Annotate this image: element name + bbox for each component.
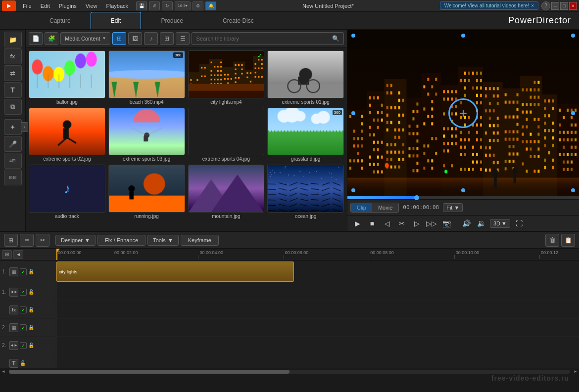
- timeline-ruler[interactable]: 00:00:00:00 00:00:02:00 00:00:04:00 00:0…: [56, 249, 579, 260]
- fit-dropdown[interactable]: Fit ▼: [443, 203, 463, 212]
- tl-storyboard-btn[interactable]: 📋: [561, 234, 575, 247]
- list-item[interactable]: extreme sports 03.jpg: [108, 108, 185, 162]
- fit-tracks-btn[interactable]: ⊞: [2, 250, 12, 259]
- sidebar-fx-btn[interactable]: fx: [4, 48, 22, 64]
- tab-capture[interactable]: Capture: [30, 12, 91, 29]
- sidebar-subtitle-btn[interactable]: ≡⊟: [4, 153, 22, 169]
- menu-edit[interactable]: Edit: [37, 2, 54, 10]
- menu-playback[interactable]: Playback: [102, 2, 132, 10]
- track-lock-icon[interactable]: 🔓: [28, 343, 34, 348]
- snapshot-btn[interactable]: 📷: [440, 218, 452, 229]
- sidebar-transition-btn[interactable]: ⇄: [4, 65, 22, 81]
- maximize-btn[interactable]: □: [560, 2, 568, 10]
- track-visibility-check[interactable]: ✓: [20, 289, 27, 296]
- corner-mr[interactable]: [571, 111, 575, 115]
- track-lock-icon[interactable]: 🔓: [28, 269, 34, 274]
- vol-down-btn[interactable]: 🔉: [475, 218, 487, 229]
- menu-plugins[interactable]: Plugins: [55, 2, 81, 10]
- resolution-btn[interactable]: 16:9▾: [175, 1, 191, 10]
- media-content-dropdown[interactable]: Media Content ▼: [60, 32, 110, 45]
- video-clip[interactable]: city lights: [56, 261, 294, 282]
- track-content-1a[interactable]: [56, 283, 579, 301]
- scroll-right-arrow[interactable]: ►: [572, 368, 579, 375]
- next-frame-btn[interactable]: ▷: [411, 218, 423, 229]
- sidebar-particles-btn[interactable]: ✦ ›: [4, 119, 22, 135]
- menu-view[interactable]: View: [82, 2, 101, 10]
- corner-bm[interactable]: [461, 188, 465, 192]
- scroll-thumb[interactable]: [9, 370, 290, 374]
- stop-btn[interactable]: ■: [366, 218, 378, 229]
- view-grid-btn[interactable]: ⊞: [160, 32, 174, 45]
- preview-add-circle[interactable]: +: [448, 98, 478, 128]
- tab-movie[interactable]: Movie: [372, 203, 398, 212]
- list-item[interactable]: extreme sports 04.jpg: [188, 108, 265, 162]
- list-item[interactable]: ballon.jpg: [29, 50, 105, 105]
- track-lock-icon[interactable]: 🔓: [20, 360, 26, 366]
- tl-snap-btn[interactable]: ⊞: [4, 234, 18, 247]
- redo-icon-btn[interactable]: ↻: [162, 1, 173, 10]
- sidebar-voice-btn[interactable]: 🎤: [4, 136, 22, 152]
- corner-tl[interactable]: [351, 34, 355, 38]
- list-item[interactable]: 360 beach 360.mp4: [108, 50, 185, 105]
- tl-split-btn[interactable]: ✂: [36, 234, 49, 247]
- tab-create-disc[interactable]: Create Disc: [203, 12, 274, 29]
- menu-file[interactable]: File: [19, 2, 36, 10]
- track-lock-icon[interactable]: 🔓: [28, 289, 34, 295]
- track-content-1v[interactable]: city lights: [56, 261, 579, 283]
- notifications-btn[interactable]: 🔔: [205, 1, 216, 10]
- sidebar-expand-btn[interactable]: ›: [21, 122, 28, 132]
- track-content-text[interactable]: [56, 354, 579, 368]
- corner-tm[interactable]: [461, 34, 465, 38]
- scroll-left-btn[interactable]: ◄: [13, 250, 23, 259]
- sidebar-overlay-btn[interactable]: ⧉: [4, 99, 22, 115]
- keyframe-btn[interactable]: Keyframe: [181, 235, 219, 246]
- list-item[interactable]: ocean.jpg: [267, 165, 344, 219]
- view-all-btn[interactable]: ⊞: [112, 32, 126, 45]
- play-btn[interactable]: ▶: [351, 218, 363, 229]
- playhead[interactable]: [56, 249, 57, 260]
- list-item[interactable]: 360 grassland.jpg: [267, 108, 344, 162]
- help-btn[interactable]: ?: [541, 1, 550, 10]
- track-visibility-check[interactable]: ✓: [20, 324, 27, 331]
- tab-clip[interactable]: Clip: [351, 203, 372, 212]
- track-content-fx[interactable]: [56, 301, 579, 318]
- search-input[interactable]: [196, 36, 330, 42]
- vol-btn[interactable]: 🔊: [460, 218, 472, 229]
- list-item[interactable]: ♪ audio track: [29, 165, 105, 219]
- threed-btn[interactable]: 3D ▼: [490, 219, 510, 228]
- track-visibility-check[interactable]: ✓: [20, 342, 27, 349]
- list-item[interactable]: mountain.jpg: [188, 165, 265, 219]
- save-icon-btn[interactable]: 💾: [136, 1, 147, 10]
- tab-produce[interactable]: Produce: [141, 12, 203, 29]
- view-photo-btn[interactable]: 🖼: [128, 32, 142, 45]
- corner-ml[interactable]: [351, 111, 355, 115]
- sidebar-chapter-btn[interactable]: ⊟⊟: [4, 170, 22, 185]
- fast-forward-btn[interactable]: ▷▷: [426, 218, 437, 229]
- corner-br[interactable]: [571, 188, 575, 192]
- import-magic-btn[interactable]: 🧩: [45, 32, 58, 45]
- track-content-2v[interactable]: [56, 319, 579, 336]
- tl-delete-btn[interactable]: 🗑: [545, 234, 559, 247]
- undo-icon-btn[interactable]: ↺: [149, 1, 160, 10]
- track-lock-icon[interactable]: 🔓: [28, 325, 34, 330]
- corner-tr[interactable]: [571, 34, 575, 38]
- welcome-close-btn[interactable]: ×: [531, 3, 534, 8]
- fullscreen-btn[interactable]: ⛶: [513, 218, 525, 229]
- sidebar-titles-btn[interactable]: T: [4, 82, 22, 98]
- scroll-track[interactable]: [9, 370, 570, 374]
- designer-btn[interactable]: Designer ▼: [55, 235, 96, 246]
- close-btn[interactable]: ✕: [569, 2, 577, 10]
- preview-scrubber[interactable]: [347, 196, 579, 199]
- minimize-btn[interactable]: ─: [551, 2, 559, 10]
- view-list-btn[interactable]: ☰: [176, 32, 190, 45]
- fix-enhance-btn[interactable]: Fix / Enhance: [97, 235, 145, 246]
- track-content-2a[interactable]: [56, 337, 579, 354]
- tools-btn[interactable]: Tools ▼: [147, 235, 179, 246]
- scroll-left-arrow[interactable]: ◄: [0, 368, 7, 375]
- tab-edit[interactable]: Edit: [91, 12, 142, 29]
- tl-ripple-btn[interactable]: ⊨: [20, 234, 34, 247]
- list-item[interactable]: running.jpg: [108, 165, 185, 219]
- track-visibility-check[interactable]: ✓: [20, 268, 27, 275]
- list-item[interactable]: extreme sports 01.jpg: [267, 50, 344, 105]
- settings-btn[interactable]: ⚙: [193, 1, 203, 10]
